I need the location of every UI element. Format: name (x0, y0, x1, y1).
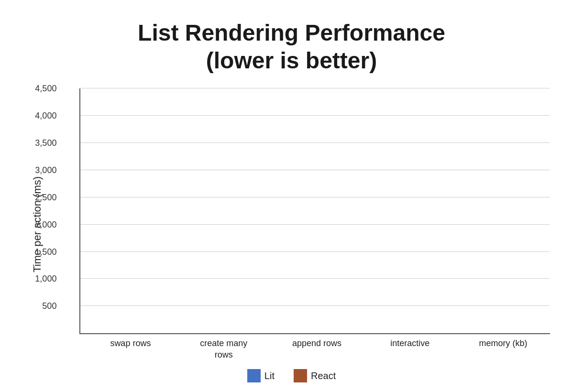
chart-inner: 4,5004,0003,5003,0002,5002,0001,5001,000… (46, 88, 555, 360)
x-axis-label: interactive (363, 338, 457, 360)
chart-container: List Rendering Performance (lower is bet… (29, 10, 555, 382)
y-tick-label: 4,500 (35, 84, 56, 94)
y-tick-label: 2,500 (35, 192, 56, 202)
legend-color-box (247, 369, 261, 382)
title-line1: List Rendering Performance (138, 20, 445, 45)
legend-label: Lit (264, 370, 275, 381)
legend-color-box (294, 369, 307, 382)
legend: LitReact (247, 369, 336, 382)
y-tick-label: 4,000 (35, 111, 56, 121)
title-line2: (lower is better) (206, 48, 377, 73)
legend-label: React (311, 370, 336, 381)
y-tick-label: 3,500 (35, 138, 56, 148)
y-tick-label: 3,000 (35, 165, 56, 175)
y-tick-label: 1,500 (35, 247, 56, 257)
y-tick-label: 500 (42, 301, 56, 311)
x-axis-label: append rows (270, 338, 363, 360)
x-axis-label: swap rows (84, 338, 177, 360)
legend-item: Lit (247, 369, 275, 382)
y-tick-label: 1,000 (35, 274, 56, 284)
grid-and-bars: 4,5004,0003,5003,0002,5002,0001,5001,000… (79, 88, 550, 334)
x-axis-label: memory (kb) (457, 338, 550, 360)
x-axis-labels: swap rowscreate manyrowsappend rowsinter… (84, 338, 550, 360)
x-axis-label: create manyrows (177, 338, 270, 360)
chart-title: List Rendering Performance (lower is bet… (138, 19, 445, 74)
y-tick-label: 2,000 (35, 219, 56, 229)
bars-row (80, 88, 550, 333)
legend-item: React (294, 369, 336, 382)
chart-area: Time per action (ms) 4,5004,0003,5003,00… (29, 88, 555, 360)
